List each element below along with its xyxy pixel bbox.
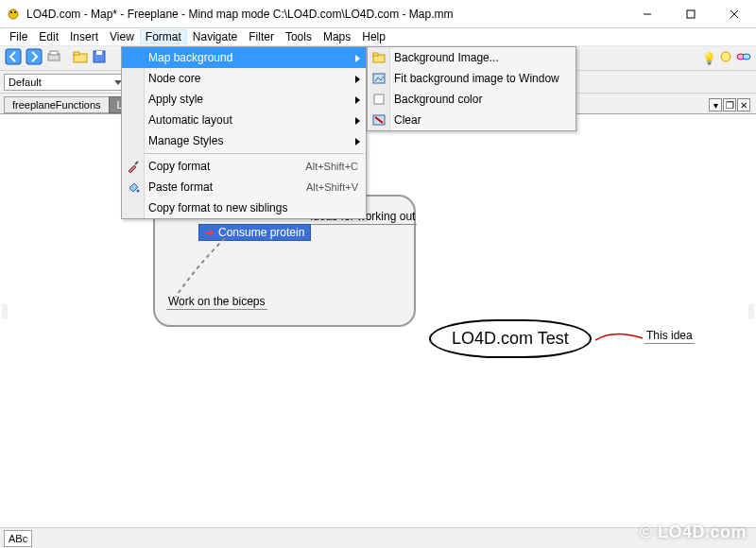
tab-minimize-icon[interactable]: ▾ — [709, 98, 722, 111]
app-icon — [6, 7, 21, 22]
menu-tools[interactable]: Tools — [280, 29, 318, 44]
title-bar: LO4D.com - Map* - Freeplane - Mind map m… — [0, 0, 756, 28]
svg-point-17 — [743, 54, 750, 60]
node-text: LO4D.com Test — [452, 329, 569, 348]
svg-rect-10 — [50, 51, 58, 55]
maximize-button[interactable] — [669, 0, 713, 28]
svg-rect-14 — [96, 51, 102, 55]
menu-apply-style[interactable]: Apply style — [122, 89, 366, 110]
svg-rect-12 — [74, 52, 79, 55]
svg-point-19 — [137, 190, 140, 193]
svg-line-18 — [135, 162, 138, 164]
child-node-biceps[interactable]: Work on the biceps — [166, 295, 267, 310]
arrow-icon: ➔ — [205, 226, 215, 239]
tab-freeplane-functions[interactable]: freeplaneFunctions — [4, 96, 110, 113]
menu-label: Background color — [394, 93, 482, 106]
menu-file[interactable]: File — [4, 29, 33, 44]
tab-label: freeplaneFunctions — [12, 99, 101, 111]
menu-label: Node core — [148, 72, 200, 85]
nav-forward-icon[interactable] — [25, 47, 43, 69]
style-combo[interactable]: Default — [4, 74, 127, 91]
left-edge-handle[interactable] — [2, 304, 8, 319]
menu-shortcut: Alt+Shift+V — [278, 181, 358, 193]
icon-misc-icon[interactable] — [735, 49, 752, 67]
window-title: LO4D.com - Map* - Freeplane - Mind map m… — [26, 8, 626, 21]
menu-maps[interactable]: Maps — [318, 29, 356, 44]
submenu-fit-background[interactable]: Fit background image to Window — [368, 68, 576, 89]
right-edge-handle[interactable] — [748, 304, 754, 319]
menu-label: Copy format to new siblings — [148, 201, 287, 214]
style-combo-value: Default — [9, 77, 42, 88]
svg-rect-8 — [26, 49, 42, 64]
menu-label: Map background — [148, 51, 232, 64]
node-text: This idea — [646, 329, 693, 342]
icon-lamp-icon[interactable]: 💡 — [702, 52, 716, 65]
menu-label: Automatic layout — [148, 113, 232, 127]
folder-image-icon — [371, 50, 387, 65]
menu-label: Paste format — [148, 180, 213, 194]
menu-edit[interactable]: Edit — [33, 29, 64, 44]
menu-format[interactable]: Format — [140, 29, 187, 44]
open-icon[interactable] — [72, 48, 89, 68]
submenu-background-image[interactable]: Background Image... — [368, 47, 576, 68]
menu-bar: File Edit Insert View Format Navigate Fi… — [0, 28, 756, 46]
clear-image-icon — [371, 112, 387, 128]
svg-rect-7 — [6, 49, 21, 64]
menu-label: Manage Styles — [148, 134, 223, 147]
tab-close-icon[interactable]: ✕ — [737, 98, 750, 111]
map-background-submenu: Background Image... Fit background image… — [367, 46, 576, 131]
status-abc-label: ABc — [9, 533, 27, 544]
icon-light-icon[interactable] — [718, 49, 733, 67]
tab-restore-icon[interactable]: ❐ — [723, 98, 736, 111]
child-node-this-idea[interactable]: This idea — [644, 329, 695, 344]
eyedropper-icon — [126, 159, 141, 174]
minimize-button[interactable] — [626, 0, 669, 28]
print-icon[interactable] — [45, 48, 62, 68]
menu-shortcut: Alt+Shift+C — [277, 161, 358, 172]
menu-paste-format[interactable]: Paste format Alt+Shift+V — [122, 177, 366, 197]
nav-back-icon[interactable] — [4, 47, 23, 69]
save-icon[interactable] — [91, 48, 108, 68]
paint-bucket-icon — [126, 180, 141, 195]
svg-point-0 — [9, 9, 18, 19]
svg-rect-23 — [374, 94, 384, 104]
submenu-clear[interactable]: Clear — [368, 110, 576, 130]
menu-node-core[interactable]: Node core — [122, 68, 366, 89]
menu-copy-format-siblings[interactable]: Copy format to new siblings — [122, 197, 366, 218]
root-node[interactable]: LO4D.com Test — [429, 319, 592, 358]
node-text: Work on the biceps — [168, 295, 266, 308]
menu-insert[interactable]: Insert — [64, 29, 104, 44]
menu-label: Clear — [394, 113, 421, 127]
menu-map-background[interactable]: Map background — [122, 47, 366, 68]
mindmap-canvas[interactable]: Ideas for working out ➔ Consume protein … — [4, 115, 752, 527]
menu-label: Apply style — [148, 93, 203, 106]
status-abc-button[interactable]: ABc — [4, 530, 32, 547]
node-text: Consume protein — [218, 226, 304, 239]
status-bar: ABc — [0, 527, 756, 548]
menu-navigate[interactable]: Navigate — [187, 29, 243, 44]
fit-image-icon — [371, 71, 387, 86]
menu-label: Copy format — [148, 160, 210, 173]
tab-window-controls: ▾ ❐ ✕ — [707, 96, 752, 113]
menu-separator — [124, 153, 364, 154]
menu-label: Background Image... — [394, 51, 499, 64]
menu-view[interactable]: View — [104, 29, 140, 44]
svg-point-2 — [14, 11, 16, 13]
menu-filter[interactable]: Filter — [243, 29, 280, 44]
menu-help[interactable]: Help — [356, 29, 391, 44]
menu-label: Fit background image to Window — [394, 72, 559, 85]
submenu-background-color[interactable]: Background color — [368, 89, 576, 110]
format-menu-popup: Map background Node core Apply style Aut… — [121, 46, 367, 219]
close-button[interactable] — [713, 0, 756, 28]
svg-point-15 — [721, 52, 730, 61]
svg-rect-4 — [687, 10, 695, 18]
menu-automatic-layout[interactable]: Automatic layout — [122, 110, 366, 130]
menu-manage-styles[interactable]: Manage Styles — [122, 130, 366, 151]
svg-point-1 — [10, 11, 12, 13]
red-connector-icon — [595, 331, 648, 350]
svg-rect-21 — [373, 53, 378, 56]
menu-copy-format[interactable]: Copy format Alt+Shift+C — [122, 156, 366, 177]
color-swatch-icon — [371, 92, 387, 107]
window-controls — [626, 0, 756, 28]
